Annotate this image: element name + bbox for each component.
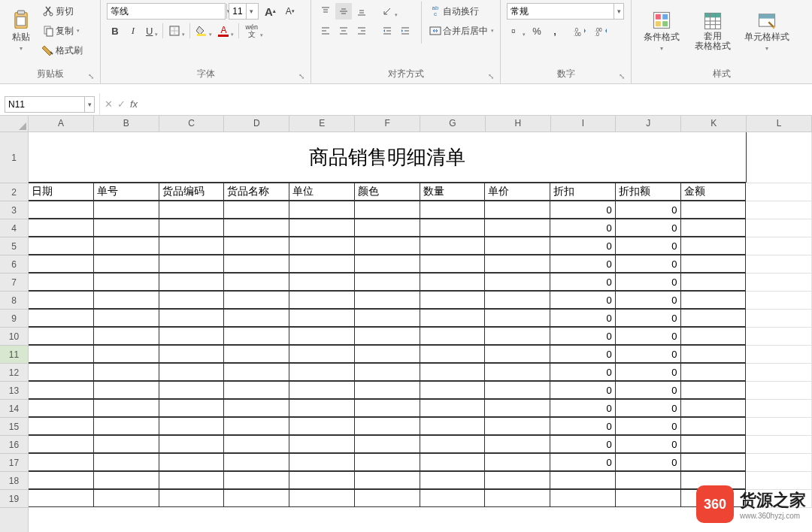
cell[interactable]	[680, 453, 747, 471]
cell[interactable]	[484, 291, 550, 309]
cell[interactable]	[93, 399, 159, 417]
cell[interactable]	[484, 417, 550, 435]
cell[interactable]: 0	[615, 345, 681, 363]
underline-button[interactable]: U	[143, 23, 159, 39]
cell[interactable]	[354, 201, 420, 219]
format-painter-button[interactable]: 格式刷	[41, 41, 84, 60]
cell[interactable]	[746, 201, 812, 219]
number-format-input[interactable]	[508, 6, 614, 17]
row-header[interactable]: 4	[0, 219, 28, 237]
align-right-button[interactable]	[353, 23, 370, 39]
row-header[interactable]: 19	[0, 490, 28, 508]
cell[interactable]	[223, 309, 289, 327]
header-cell[interactable]	[746, 183, 812, 201]
cell[interactable]	[420, 237, 486, 255]
cell[interactable]	[93, 273, 159, 291]
row-header[interactable]: 3	[0, 201, 28, 219]
decrease-decimal-button[interactable]: .00.0	[592, 23, 611, 39]
cell[interactable]	[746, 382, 812, 400]
cell[interactable]	[93, 255, 159, 273]
cell[interactable]	[420, 345, 486, 363]
cell[interactable]	[223, 363, 289, 381]
cell[interactable]	[159, 363, 225, 381]
cell[interactable]: 0	[550, 219, 616, 237]
cell[interactable]	[93, 219, 159, 237]
percent-button[interactable]: %	[529, 23, 545, 39]
number-launcher-icon[interactable]: ⤡	[619, 72, 625, 80]
cell[interactable]	[289, 345, 355, 363]
row-header[interactable]: 17	[0, 454, 28, 472]
font-launcher-icon[interactable]: ⤡	[298, 72, 304, 80]
currency-button[interactable]: ¤	[507, 23, 527, 39]
cell[interactable]	[223, 453, 289, 471]
cell[interactable]	[223, 291, 289, 309]
row-header[interactable]: 9	[0, 310, 28, 328]
cell[interactable]	[223, 435, 289, 453]
cell[interactable]: 0	[550, 273, 616, 291]
cell[interactable]	[159, 309, 225, 327]
formula-input[interactable]	[142, 98, 812, 110]
cell[interactable]	[484, 309, 550, 327]
cell[interactable]	[289, 255, 355, 273]
cell[interactable]	[354, 489, 420, 507]
cell[interactable]	[484, 489, 550, 507]
cell[interactable]	[289, 381, 355, 399]
cell[interactable]	[420, 309, 486, 327]
col-header-E[interactable]: E	[289, 116, 355, 131]
cell[interactable]: 0	[615, 309, 681, 327]
cell[interactable]	[28, 471, 94, 489]
cell[interactable]: 0	[615, 399, 681, 417]
col-header-C[interactable]: C	[159, 116, 225, 131]
cell[interactable]	[289, 453, 355, 471]
col-header-K[interactable]: K	[681, 116, 747, 131]
cell[interactable]: 0	[615, 435, 681, 453]
cell[interactable]	[159, 435, 225, 453]
table-format-button[interactable]: 套用 表格格式	[690, 2, 735, 60]
cell[interactable]	[93, 363, 159, 381]
clipboard-launcher-icon[interactable]: ⤡	[88, 72, 94, 80]
cell[interactable]: 0	[615, 219, 681, 237]
name-box[interactable]: ▾	[5, 96, 95, 113]
cell[interactable]	[420, 471, 486, 489]
row-header[interactable]: 15	[0, 418, 28, 436]
cell[interactable]: 0	[550, 381, 616, 399]
col-header-J[interactable]: J	[616, 116, 681, 131]
cell[interactable]: 0	[550, 417, 616, 435]
cell[interactable]	[28, 309, 94, 327]
cell[interactable]	[354, 345, 420, 363]
cell[interactable]: 0	[615, 381, 681, 399]
cell[interactable]	[354, 291, 420, 309]
cell[interactable]	[354, 273, 420, 291]
cell[interactable]	[680, 417, 747, 435]
cell[interactable]	[159, 201, 225, 219]
cell[interactable]	[680, 255, 747, 273]
cell[interactable]	[93, 237, 159, 255]
col-header-L[interactable]: L	[747, 116, 812, 131]
cell[interactable]	[289, 471, 355, 489]
header-cell[interactable]: 折扣额	[615, 183, 681, 201]
header-cell[interactable]: 单价	[484, 183, 550, 201]
name-box-input[interactable]	[5, 99, 84, 110]
row-header[interactable]: 13	[0, 382, 28, 400]
orientation-button[interactable]	[379, 3, 399, 20]
cell[interactable]	[420, 489, 486, 507]
cell[interactable]	[93, 345, 159, 363]
cell[interactable]	[484, 381, 550, 399]
align-center-button[interactable]	[335, 23, 352, 39]
cell[interactable]	[159, 273, 225, 291]
cell[interactable]	[93, 471, 159, 489]
row-header[interactable]: 7	[0, 274, 28, 292]
cell[interactable]	[289, 201, 355, 219]
cell[interactable]	[159, 453, 225, 471]
cell[interactable]	[28, 399, 94, 417]
decrease-indent-button[interactable]	[379, 23, 395, 39]
cell[interactable]	[680, 219, 747, 237]
cell[interactable]	[746, 418, 812, 436]
cell[interactable]	[354, 471, 420, 489]
cell[interactable]: 0	[550, 291, 616, 309]
cell[interactable]	[159, 399, 225, 417]
cell[interactable]	[680, 237, 747, 255]
cell[interactable]: 0	[615, 291, 681, 309]
cell[interactable]	[746, 400, 812, 418]
cell[interactable]	[289, 237, 355, 255]
